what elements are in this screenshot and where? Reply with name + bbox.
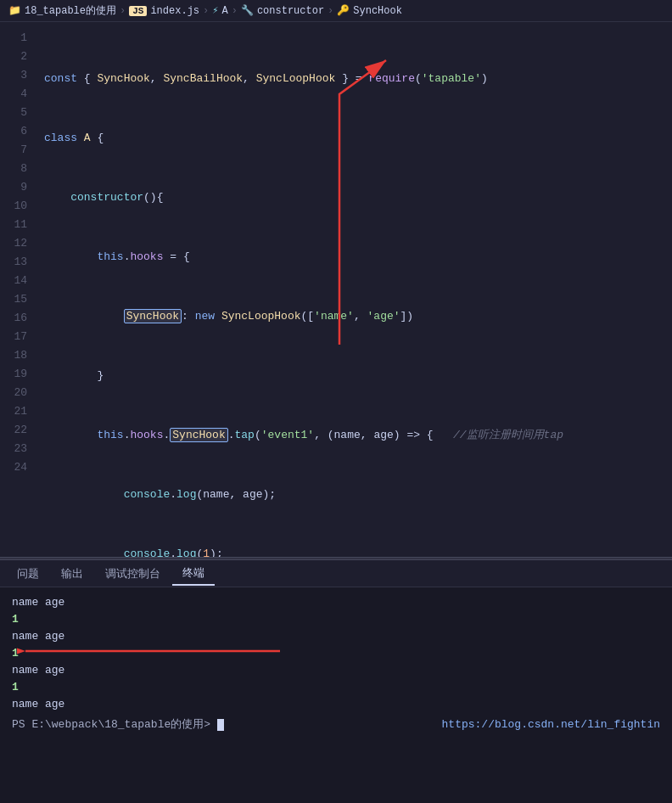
- breadcrumb-sep-3: ›: [232, 5, 238, 17]
- terminal-output-5: name age: [12, 662, 660, 679]
- breadcrumb-folder-icon: 📁: [8, 4, 21, 17]
- breadcrumb-folder[interactable]: 18_tapable的使用: [25, 3, 116, 18]
- code-line-6: }: [44, 367, 672, 385]
- line-numbers: 1 2 3 4 5 6 7 8 9 10 11 12 13 14 15 16 1…: [0, 22, 36, 557]
- terminal-output-4: 1: [12, 645, 660, 662]
- terminal-output-1: name age: [12, 594, 660, 611]
- breadcrumb-sep-1: ›: [120, 5, 126, 17]
- code-line-5: SyncHook: new SyncLoopHook(['name', 'age…: [44, 307, 672, 326]
- code-content[interactable]: const { SyncHook, SyncBailHook, SyncLoop…: [36, 22, 672, 557]
- terminal-output-3: name age: [12, 628, 660, 645]
- terminal-output-7: name age: [12, 696, 660, 713]
- breadcrumb-class-icon: ⚡: [212, 4, 218, 17]
- code-line-3: constructor(){: [44, 188, 672, 207]
- terminal-output-2: 1: [12, 611, 660, 628]
- terminal-panel: 问题 输出 调试控制台 终端 name age 1 name age 1 nam…: [0, 560, 672, 803]
- tab-terminal[interactable]: 终端: [172, 562, 215, 586]
- code-line-8: console.log(name, age);: [44, 486, 672, 504]
- breadcrumb-hook-icon: 🔑: [337, 4, 350, 17]
- breadcrumb-sep-4: ›: [328, 5, 333, 17]
- code-line-4: this.hooks = {: [44, 248, 672, 267]
- breadcrumb: 📁 18_tapable的使用 › JS index.js › ⚡ A › 🔧 …: [0, 0, 672, 22]
- terminal-url: https://blog.csdn.net/lin_fightin: [442, 716, 660, 733]
- breadcrumb-class[interactable]: A: [221, 5, 227, 17]
- breadcrumb-sep-2: ›: [203, 5, 209, 17]
- breadcrumb-file[interactable]: index.js: [150, 5, 199, 17]
- breadcrumb-synchook[interactable]: SyncHook: [353, 5, 402, 17]
- js-icon: JS: [129, 6, 147, 16]
- tab-issues[interactable]: 问题: [7, 563, 49, 585]
- terminal-output-6: 1: [12, 679, 660, 696]
- code-line-9: console.log(1);: [44, 545, 672, 557]
- code-line-2: class A {: [44, 129, 672, 148]
- terminal-prompt: PS E:\webpack\18_tapable的使用>: [12, 716, 224, 733]
- code-editor: 1 2 3 4 5 6 7 8 9 10 11 12 13 14 15 16 1…: [0, 22, 672, 557]
- code-line-1: const { SyncHook, SyncBailHook, SyncLoop…: [44, 70, 672, 88]
- tab-debug-console[interactable]: 调试控制台: [95, 563, 171, 585]
- terminal-content: name age 1 name age 1 name age 1 name ag…: [0, 587, 672, 803]
- terminal-tabs: 问题 输出 调试控制台 终端: [0, 560, 672, 587]
- breadcrumb-constructor-icon: 🔧: [241, 4, 254, 17]
- tab-output[interactable]: 输出: [51, 563, 93, 585]
- code-line-7: this.hooks.SyncHook.tap('event1', (name,…: [44, 426, 672, 445]
- breadcrumb-constructor[interactable]: constructor: [257, 5, 324, 17]
